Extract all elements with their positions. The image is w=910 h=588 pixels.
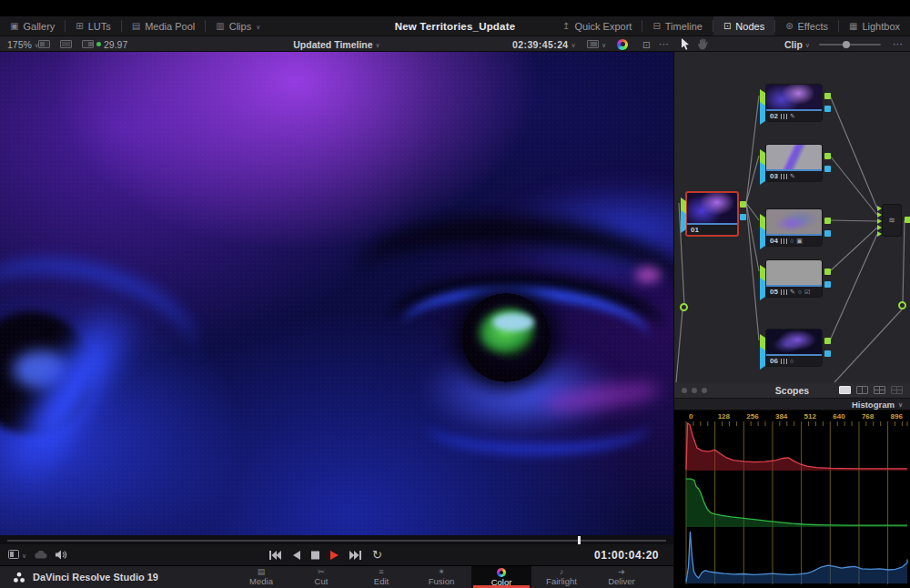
- node-options-button[interactable]: ⋯: [893, 36, 904, 52]
- key-output-port[interactable]: [824, 106, 831, 112]
- viewer-overlay-select[interactable]: ∨: [8, 550, 26, 560]
- page-tab-edit[interactable]: ≡Edit: [351, 566, 411, 588]
- output-node-dot[interactable]: [898, 301, 906, 309]
- key-output-port[interactable]: [824, 166, 831, 172]
- key-output-port[interactable]: [740, 214, 746, 220]
- viewer-mode-buttons: [38, 36, 94, 52]
- node-number: 06: [770, 357, 778, 365]
- single-scope-layout-icon[interactable]: [839, 386, 851, 394]
- mixer-output-port[interactable]: [905, 217, 910, 223]
- bars-badge-icon: [781, 174, 787, 179]
- play-reverse-button[interactable]: [292, 551, 300, 560]
- key-input-port[interactable]: [760, 166, 765, 182]
- source-node-dot[interactable]: [680, 303, 688, 311]
- page-label: Fusion: [429, 576, 455, 586]
- viewer-canvas[interactable]: [0, 52, 673, 535]
- viewer-options-button[interactable]: ⋯: [659, 36, 670, 52]
- tab-media-pool[interactable]: ▤Media Pool: [122, 16, 206, 35]
- key-input-port[interactable]: [760, 230, 765, 247]
- page-tab-color[interactable]: Color: [471, 566, 531, 588]
- scopes-option-dots[interactable]: [674, 388, 707, 393]
- viewer-zoom-select[interactable]: 175%∨: [7, 36, 39, 52]
- histogram-scope: 0128256384512640768896: [674, 411, 910, 588]
- jog-bar[interactable]: [0, 535, 673, 544]
- go-to-start-button[interactable]: [269, 551, 281, 560]
- corrector-node-05[interactable]: 05✎○☑: [765, 259, 823, 298]
- page-tab-media[interactable]: ▤Media: [231, 566, 291, 588]
- page-tab-fairlight[interactable]: ♪Fairlight: [531, 566, 592, 588]
- svg-text:512: 512: [804, 412, 817, 421]
- audio-mute-button[interactable]: [56, 550, 67, 560]
- key-input-port[interactable]: [760, 106, 765, 122]
- proxy-button[interactable]: [35, 551, 47, 559]
- viewer-timecode[interactable]: 02:39:45:24 ∨: [512, 36, 576, 52]
- grab-still-button[interactable]: [617, 36, 628, 52]
- scope-type-label[interactable]: Histogram: [852, 400, 895, 410]
- play-button[interactable]: [330, 551, 339, 560]
- rgb-output-port[interactable]: [824, 218, 831, 224]
- rgb-output-port[interactable]: [824, 269, 831, 275]
- corrector-node-01[interactable]: 01: [685, 191, 739, 237]
- key-output-port[interactable]: [824, 281, 831, 288]
- jog-track[interactable]: [7, 540, 666, 542]
- rgb-output-port[interactable]: [740, 201, 746, 208]
- rgb-output-port[interactable]: [824, 93, 831, 99]
- hand-icon: [697, 38, 708, 50]
- node-mode-select[interactable]: Clip ∨: [784, 36, 810, 52]
- timeline-selector[interactable]: Updated Timeline ∨: [273, 36, 400, 52]
- split-viewer-icon[interactable]: [60, 40, 72, 48]
- chevron-down-icon: ∨: [898, 401, 903, 409]
- key-output-port[interactable]: [824, 350, 831, 357]
- play-icon: [330, 551, 339, 560]
- single-viewer-icon[interactable]: [38, 40, 50, 48]
- corrector-node-02[interactable]: 02✎: [765, 84, 823, 122]
- key-input-port[interactable]: [760, 281, 765, 298]
- interface-toolbar: ▣Gallery⊞LUTs▤Media Pool▥Clips∨ ↥Quick E…: [0, 16, 910, 36]
- tab-effects[interactable]: ⊛Effects: [775, 16, 838, 35]
- tab-luts[interactable]: ⊞LUTs: [66, 16, 120, 35]
- app-brand: DaVinci Resolve Studio 19: [0, 572, 158, 583]
- rgb-output-port[interactable]: [824, 338, 831, 344]
- box-badge-icon: ▣: [796, 238, 803, 245]
- stop-button[interactable]: [311, 551, 319, 560]
- rgb-output-port[interactable]: [824, 153, 831, 159]
- tab-lightbox[interactable]: ▦Lightbox: [839, 16, 910, 35]
- node-graph-panel[interactable]: 0102✎03✎04○▣05✎○☑06○≋: [674, 52, 910, 382]
- pointer-tool-button[interactable]: [681, 36, 691, 52]
- chevron-down-icon: ∨: [256, 24, 260, 31]
- layer-mixer-node[interactable]: ≋: [882, 204, 902, 237]
- tab-timeline[interactable]: ⊟Timeline: [642, 16, 713, 35]
- node-zoom-slider[interactable]: [819, 36, 881, 52]
- node-label: 06○: [766, 356, 822, 366]
- page-tab-deliver[interactable]: ➔Deliver: [592, 566, 652, 588]
- hand-tool-button[interactable]: [697, 36, 708, 52]
- loop-button[interactable]: ↻: [372, 551, 382, 560]
- corrector-node-06[interactable]: 06○: [765, 329, 823, 367]
- tab-gallery[interactable]: ▣Gallery: [0, 16, 65, 35]
- page-tab-fusion[interactable]: ✶Fusion: [411, 566, 471, 588]
- page-tab-cut[interactable]: ✂Cut: [291, 566, 351, 588]
- grid-scope-layout-icon[interactable]: [891, 386, 903, 394]
- corrector-node-04[interactable]: 04○▣: [765, 208, 823, 247]
- nodes-icon: ⊡: [723, 21, 731, 31]
- expand-viewer-button[interactable]: ⊡: [642, 36, 651, 52]
- enhanced-viewer-icon[interactable]: [82, 40, 94, 48]
- slider-track: [819, 44, 881, 46]
- go-to-end-button[interactable]: [349, 551, 361, 560]
- key-output-port[interactable]: [824, 230, 831, 237]
- quad-scope-layout-icon[interactable]: [874, 386, 885, 394]
- tab-quick-export[interactable]: ↥Quick Export: [552, 16, 642, 35]
- two-scope-layout-icon[interactable]: [856, 386, 868, 394]
- node-number: 03: [770, 172, 778, 180]
- camera-raw-button[interactable]: ∨: [587, 36, 606, 52]
- key-input-port[interactable]: [681, 214, 686, 230]
- node-thumbnail: [766, 145, 822, 169]
- scopes-layout-buttons: [839, 386, 910, 394]
- tab-nodes[interactable]: ⊡Nodes: [713, 16, 774, 35]
- slider-knob[interactable]: [843, 41, 850, 48]
- svg-text:384: 384: [775, 412, 788, 421]
- bars-badge-icon: [781, 289, 787, 295]
- key-input-port[interactable]: [760, 350, 765, 367]
- tab-clips[interactable]: ▥Clips∨: [206, 16, 270, 35]
- corrector-node-03[interactable]: 03✎: [765, 144, 823, 182]
